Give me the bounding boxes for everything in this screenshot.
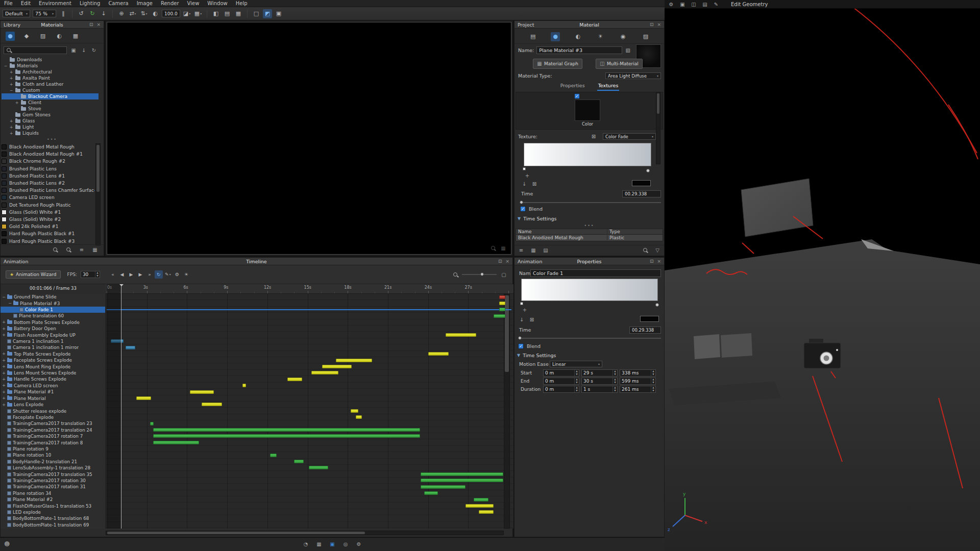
animation-bar[interactable]: [287, 378, 302, 381]
animation-bar[interactable]: [421, 479, 503, 482]
save-image-icon[interactable]: ↓: [99, 9, 108, 18]
timeline-lane[interactable]: [106, 515, 513, 521]
trash-icon[interactable]: ⊠: [531, 180, 538, 187]
menu-edit[interactable]: Edit: [17, 0, 35, 7]
blend-checkbox[interactable]: ✓: [518, 343, 524, 349]
timeline-lane[interactable]: [106, 319, 513, 325]
timeline-lane[interactable]: [106, 414, 513, 420]
animation-bar[interactable]: [126, 346, 136, 349]
animation-bar[interactable]: [190, 390, 214, 394]
material-list-item[interactable]: Black Anodized Metal Rough: [2, 143, 94, 151]
texture-type-dropdown[interactable]: Color Fade ▾: [603, 133, 656, 140]
animation-bar[interactable]: [494, 314, 505, 318]
zoom-dropdown[interactable]: 75 % ▾: [33, 10, 56, 17]
refresh-icon[interactable]: ↻: [90, 46, 97, 54]
timeline-lane[interactable]: [106, 313, 513, 319]
timeline-row-label[interactable]: TrainingCamera2017 rotation 8: [1, 439, 105, 445]
material-list-item[interactable]: Hard Rough Plastic Black #1: [2, 230, 94, 237]
row-expander[interactable]: +: [2, 320, 6, 324]
library-tree-item[interactable]: Stove: [2, 106, 99, 112]
stepper-arrows[interactable]: ▲▼: [574, 386, 579, 392]
timeline-lane[interactable]: [106, 509, 513, 515]
material-list-item[interactable]: Glass (Solid) White #1: [2, 209, 94, 216]
tree-expander[interactable]: −: [9, 88, 13, 93]
timeline-lanes[interactable]: [106, 294, 513, 529]
panel-splitter-handle[interactable]: •••: [1, 137, 104, 142]
box-geometry[interactable]: [694, 334, 720, 359]
thumbnail-view-icon[interactable]: ▦: [91, 246, 99, 254]
animation-bar[interactable]: [242, 384, 246, 387]
animation-bar[interactable]: [446, 333, 476, 337]
playhead[interactable]: [121, 284, 121, 529]
material-list-item[interactable]: Black Chrome Rough #2: [2, 158, 94, 165]
animation-wizard-button[interactable]: ★ Animation Wizard: [6, 270, 61, 279]
stepper-arrows[interactable]: ▲▼: [574, 378, 579, 384]
timeline-row-label[interactable]: Plane translation 60: [1, 313, 105, 319]
row-expander[interactable]: +: [2, 390, 6, 394]
backplates-tab-icon[interactable]: ▦: [71, 32, 80, 41]
timeline-lane[interactable]: [106, 395, 513, 402]
preset-dropdown[interactable]: Default ▾: [3, 10, 30, 17]
stepper-arrows[interactable]: ▲▼: [612, 378, 617, 384]
gradient-stop-handle[interactable]: [520, 302, 523, 305]
timeline-row-label[interactable]: Color Fade 1: [1, 307, 105, 313]
tree-expander[interactable]: +: [9, 131, 13, 136]
scrollbar-thumb[interactable]: [657, 93, 659, 114]
timeline-lane[interactable]: [106, 439, 513, 445]
timeline-lane[interactable]: [106, 370, 513, 376]
flip-horizontal-icon[interactable]: ⇄▾: [128, 9, 137, 18]
stepper-arrows[interactable]: ▲▼: [651, 386, 655, 392]
edit-mode-icon[interactable]: ✎: [713, 1, 720, 8]
geometry-icon[interactable]: ▣: [679, 1, 686, 8]
material-list-item[interactable]: Black Anodized Metal Rough #1: [2, 151, 94, 158]
area-light-plane[interactable]: [741, 179, 813, 237]
timing-duration-ms-stepper[interactable]: 261 ms▲▼: [620, 386, 656, 393]
timeline-row-label[interactable]: +Camera LED screen: [1, 383, 105, 389]
animation-bar[interactable]: [150, 422, 154, 425]
row-expander[interactable]: +: [2, 358, 6, 363]
animation-bar[interactable]: [474, 498, 488, 502]
panel-splitter-handle[interactable]: •••: [514, 223, 664, 228]
timeline-row-label[interactable]: +Top Plate Screws Explode: [1, 351, 105, 357]
animation-bar[interactable]: [153, 428, 420, 432]
keyframe-edit-icon[interactable]: ✎▾: [164, 270, 172, 279]
color-swatch[interactable]: [640, 316, 659, 322]
gradient-stop-handle[interactable]: [523, 167, 526, 170]
panels-icon[interactable]: ▣: [329, 540, 336, 547]
stepper-arrows[interactable]: ▲▼: [651, 378, 655, 384]
timeline-row-label[interactable]: +Flash Assembly Explode UP: [1, 332, 105, 338]
material-tab-icon[interactable]: ●: [551, 32, 560, 41]
step-back-icon[interactable]: ◀: [118, 270, 126, 279]
timeline-lane[interactable]: [106, 300, 513, 306]
scrollbar-vertical[interactable]: [95, 143, 101, 245]
timeline-lane[interactable]: [106, 478, 513, 484]
timeline-lane[interactable]: [106, 496, 513, 503]
render-viewport[interactable]: ▦: [107, 22, 511, 255]
row-expander[interactable]: +: [2, 333, 6, 337]
scrollbar-thumb[interactable]: [96, 145, 100, 192]
timeline-lane[interactable]: [106, 351, 513, 357]
timeline-lane[interactable]: [106, 332, 513, 338]
layout-icon[interactable]: ▦: [315, 540, 323, 547]
import-icon[interactable]: ↓: [80, 46, 87, 54]
timeline-lane[interactable]: [106, 471, 513, 477]
row-expander[interactable]: +: [2, 403, 6, 407]
list-view-icon[interactable]: ≡: [518, 246, 525, 254]
float-panel-icon[interactable]: ⊡: [650, 259, 654, 264]
timeline-lane[interactable]: [106, 420, 513, 427]
row-expander[interactable]: +: [2, 383, 6, 388]
layers-icon[interactable]: ▤: [701, 1, 708, 8]
animation-bar[interactable]: [499, 302, 505, 305]
box-geometry[interactable]: [721, 333, 752, 358]
row-expander[interactable]: −: [8, 301, 12, 306]
tree-expander[interactable]: −: [4, 64, 8, 68]
timeline-lane[interactable]: [106, 484, 513, 490]
timeline-row-label[interactable]: −Plane Material #3: [1, 300, 105, 306]
color-fade-gradient[interactable]: [524, 143, 651, 166]
timeline-row-label[interactable]: BodyBottomPlate-1 translation 68: [1, 515, 105, 521]
menu-lighting[interactable]: Lighting: [76, 0, 104, 7]
tree-expander[interactable]: +: [9, 125, 13, 130]
environment-tab-icon[interactable]: ◐: [573, 32, 582, 41]
time-slider-handle[interactable]: [520, 201, 523, 204]
timeline-row-label[interactable]: LED explode: [1, 509, 105, 515]
